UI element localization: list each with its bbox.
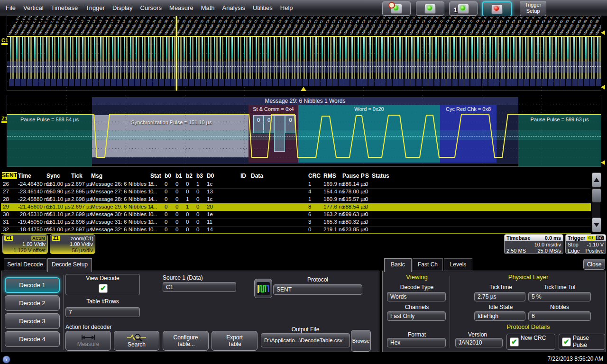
table-row[interactable]: 32-18.44750 ms151.00 µs2.697 µsMessage 3… — [1, 226, 591, 234]
main-waveform-grid[interactable]: Message 1: 6 Nibbles 1 WordsMessage 2: 6… — [7, 16, 601, 91]
tab-serial-decode[interactable]: Serial Decode — [4, 258, 46, 271]
ticktime-tol-input[interactable]: 5 % — [528, 292, 591, 301]
trigger-mode-single-button[interactable]: 1 — [449, 1, 478, 16]
menu-item-trigger[interactable]: Trigger — [82, 4, 109, 11]
trigger-time-marker[interactable] — [301, 87, 306, 91]
close-button[interactable]: Close — [583, 259, 605, 270]
z1-timediv: 56 µs/div — [50, 247, 95, 254]
configure-table-button[interactable]: Configure Table... — [163, 331, 209, 351]
export-table-button[interactable]: Export Table — [212, 331, 258, 351]
menu-item-math[interactable]: Math — [197, 4, 219, 11]
search-button[interactable]: Search — [114, 331, 159, 351]
menu-item-display[interactable]: Display — [109, 4, 137, 11]
trigger-mode-stop-button[interactable] — [482, 1, 512, 17]
protocol-input[interactable]: SENT — [273, 284, 362, 295]
timebase-samples: 2.50 MS — [506, 248, 526, 254]
oscilloscope-app: FileVerticalTimebaseTriggerDisplayCursor… — [0, 0, 607, 364]
table-col-header: Msg — [91, 173, 102, 180]
table-cell: 0 — [186, 219, 189, 225]
info-icon[interactable]: i — [2, 355, 10, 364]
table-row[interactable]: 27-23.46140 ms150.90 µs2.695 µsMessage 2… — [1, 188, 591, 196]
menu-item-help[interactable]: Help — [276, 4, 297, 11]
table-cell: 0 — [365, 204, 368, 209]
z1-descriptor-box[interactable]: Z1 zoom(C1) 1.00 V/div 56 µs/div — [50, 234, 95, 254]
menu-item-vertical[interactable]: Vertical — [19, 4, 47, 11]
menu-item-analysis[interactable]: Analysis — [219, 4, 249, 11]
protocol-details-header: Protocol Details — [451, 323, 605, 330]
browse-button[interactable]: Browse — [351, 330, 371, 352]
trigger-descriptor-box[interactable]: Trigger C1 DC Stop -1.10 V Edge Positive — [565, 234, 606, 254]
table-cell: 4 — [150, 196, 153, 202]
source-input[interactable]: C1 — [163, 282, 236, 292]
channels-select[interactable]: Fast Only — [387, 311, 446, 321]
table-cell: 2.698 µs — [71, 196, 92, 202]
c1-descriptor-box[interactable]: C1 AC1M 1.00 V/div 1.120 V offset — [2, 234, 48, 254]
table-cell: 0 — [186, 227, 189, 232]
timebase-rate: 25.0 MS/s — [537, 248, 561, 254]
protocol-icon-button[interactable] — [254, 279, 272, 298]
tab-basic[interactable]: Basic — [384, 258, 412, 272]
table-cell: 30 — [3, 211, 9, 217]
table-cell: 29 — [3, 204, 9, 209]
table-row[interactable]: 29-21.45600 ms151.10 µs2.697 µsMessage 2… — [1, 203, 591, 211]
table-cell: 0 — [196, 211, 199, 217]
scroll-down-button[interactable] — [592, 218, 601, 232]
decode-2-button[interactable]: Decode 2 — [5, 295, 60, 311]
decode-4-button[interactable]: Decode 4 — [5, 331, 60, 347]
table-cell: 150.90 µs — [46, 189, 71, 194]
ticktime-input[interactable]: 2.75 µs — [474, 292, 525, 301]
table-cell: 0 — [186, 189, 189, 194]
trigger-mode-normal-button[interactable] — [416, 1, 444, 16]
new-crc-checkbox[interactable]: ✔ — [510, 337, 519, 346]
trigger-setup-button[interactable]: Trigger Setup — [520, 1, 546, 16]
table-row[interactable]: 26-24.46430 ms151.00 µs2.697 µsMessage 2… — [1, 181, 591, 189]
c1-coupling-badge: AC1M — [31, 236, 46, 241]
table-cell: 1c — [207, 196, 212, 202]
view-decode-checkbox[interactable]: ✔ — [99, 284, 108, 293]
table-scrollbar-thumb[interactable] — [592, 189, 601, 202]
trigger-mode-auto-button[interactable] — [382, 1, 411, 16]
pause-pulse-label: Pause Pulse — [573, 335, 601, 349]
zoom-waveform-grid[interactable]: Message 29: 6 Nibbles 1 Words Pause Puls… — [7, 95, 601, 167]
version-select[interactable]: JAN2010 — [455, 338, 503, 347]
table-cell: 0 — [308, 227, 311, 232]
menu-item-cursors[interactable]: Cursors — [137, 4, 166, 11]
menu-item-utilities[interactable]: Utilities — [249, 4, 276, 11]
ticktime-label: TickTime — [472, 284, 529, 291]
pause-pulse-checkbox[interactable]: ✔ — [562, 337, 571, 346]
timebase-descriptor-box[interactable]: Timebase 0.0 ms 10.0 ms/div 2.50 MS 25.0… — [504, 234, 563, 254]
scroll-up-button[interactable] — [592, 173, 601, 187]
search-icon — [126, 334, 147, 341]
table-row[interactable]: 28-22.45880 ms151.10 µs2.698 µsMessage 2… — [1, 196, 591, 204]
decode-3-button[interactable]: Decode 3 — [5, 313, 60, 329]
measure-button[interactable]: Measure — [65, 331, 111, 351]
table-cell: 615.57 µs — [342, 196, 367, 202]
nibbles-input[interactable]: 6 — [528, 311, 591, 321]
idle-state-select[interactable]: IdleHigh — [474, 311, 525, 321]
table-col-header: b2 — [186, 173, 193, 180]
decode-type-select[interactable]: Words — [387, 292, 446, 301]
table-cell: 0 — [165, 181, 167, 187]
menu-item-timebase[interactable]: Timebase — [47, 4, 82, 11]
timebase-offset: 0.0 ms — [545, 235, 561, 241]
tab-levels[interactable]: Levels — [444, 258, 472, 271]
table-row[interactable]: 30-20.45310 ms151.10 µs2.699 µsMessage 3… — [1, 211, 591, 219]
trigger-coupling-badge: DC — [596, 236, 604, 240]
status-bar: 7/22/2013 8:56:20 AM — [0, 354, 607, 364]
tab-fast-ch[interactable]: Fast Ch — [413, 258, 443, 271]
table-rows-input[interactable]: 7 — [65, 307, 140, 317]
decode-1-button[interactable]: Decode 1 — [5, 277, 60, 293]
menu-item-measure[interactable]: Measure — [166, 4, 197, 11]
zoom-region-marker[interactable] — [176, 16, 177, 91]
tab-decode-setup[interactable]: Decode Setup — [47, 258, 92, 272]
table-cell: 0 — [165, 196, 167, 202]
table-row[interactable]: 31-19.45050 ms151.10 µs2.698 µsMessage 3… — [1, 218, 591, 227]
format-select[interactable]: Hex — [387, 338, 446, 347]
auto-trigger-icon — [391, 4, 402, 14]
z1-grid-right-marker — [601, 160, 605, 165]
c1-vdiv: 1.00 V/div — [3, 241, 47, 247]
menu-item-file[interactable]: File — [2, 4, 19, 11]
trigger-mode: Stop — [568, 242, 579, 247]
output-file-input[interactable]: D:\Applicatio...\DecodeTable.csv — [261, 333, 350, 347]
table-cell: 20 — [207, 204, 213, 209]
